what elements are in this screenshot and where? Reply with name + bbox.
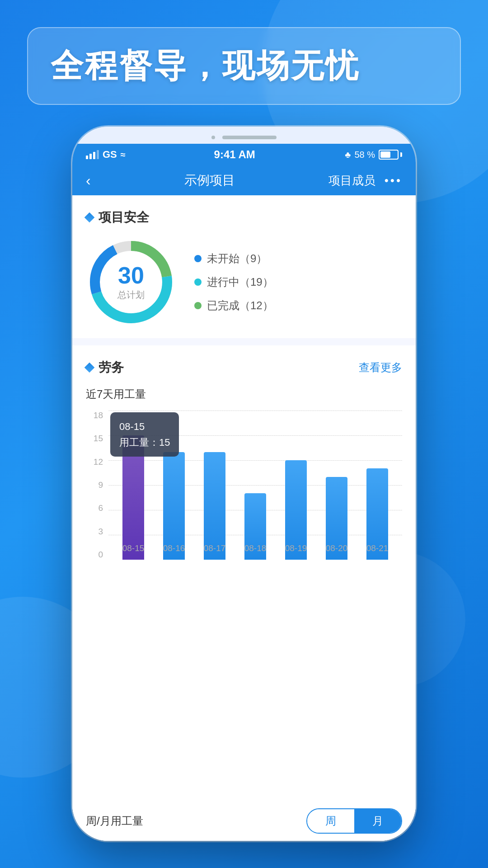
tagline-banner: 全程督导，现场无忧 [27,27,461,105]
safety-header: 项目安全 [86,209,402,226]
y-label-9: 9 [86,480,107,490]
battery-fill [380,151,390,158]
y-label-15: 15 [86,434,107,443]
battery-box [379,150,399,160]
legend-label-2: 已完成（12） [207,298,273,313]
donut-center: 30 总计划 [117,264,145,301]
signal-bar-3 [93,152,95,159]
phone-mic-bar [222,136,277,139]
signal-bar-2 [89,154,92,159]
labor-more-button[interactable]: 查看更多 [359,360,402,375]
nav-bar: ‹ 示例项目 项目成员 ••• [72,165,416,195]
toggle-group[interactable]: 周 月 [306,808,402,834]
battery-tip [400,152,402,157]
battery-percent: 58 % [354,150,375,160]
toggle-month-button[interactable]: 月 [354,809,401,833]
legend-dot-blue [194,255,202,262]
status-left: GS ≈ [86,149,126,160]
legend-dot-green [194,302,202,309]
x-label-0818: 08-18 [244,543,267,553]
legend-item-not-started: 未开始（9） [194,251,402,266]
member-button[interactable]: 项目成员 [328,173,375,189]
y-label-12: 12 [86,457,107,467]
main-content: 项目安全 30 [72,195,416,841]
more-button[interactable]: ••• [385,174,402,188]
legend: 未开始（9） 进行中（19） 已完成（12） [194,251,402,313]
back-button[interactable]: ‹ [86,172,91,189]
status-right: ♣ 58 % [343,150,402,160]
signal-bar-1 [86,156,88,159]
phone-mockup: GS ≈ 9:41 AM ♣ 58 % ‹ 示例项目 项目成员 ••• [72,127,416,841]
safety-diamond-icon [84,212,95,223]
battery-container [379,150,402,160]
y-label-18: 18 [86,410,107,420]
donut-label: 总计划 [117,289,145,301]
bluetooth-icon: ♣ [343,150,351,160]
x-label-0817: 08-17 [204,543,226,553]
labor-diamond-icon [84,363,95,373]
x-label-0820: 08-20 [326,543,348,553]
donut-number: 30 [117,264,145,287]
x-axis: 08-15 08-16 08-17 08-18 08-19 08-20 08-2… [108,537,402,560]
safety-title: 项目安全 [99,209,149,226]
toggle-week-button[interactable]: 周 [307,809,354,833]
legend-label-0: 未开始（9） [207,251,267,266]
donut-chart: 30 总计划 [86,237,176,327]
chart-label: 近7天用工量 [86,387,402,401]
bottom-bar-label: 周/月用工量 [86,814,143,828]
labor-header: 劳务 查看更多 [86,359,402,376]
status-time: 9:41 AM [214,148,255,161]
chart-area: 08-15 用工量：15 08-15 08-16 08-17 08-18 08-… [108,410,402,560]
bottom-bar: 周/月用工量 周 月 [72,801,416,841]
legend-item-completed: 已完成（12） [194,298,402,313]
legend-dot-cyan [194,278,202,286]
x-label-0819: 08-19 [285,543,307,553]
labor-section: 劳务 查看更多 近7天用工量 18 15 12 9 6 3 0 [72,345,416,801]
phone-speaker [211,136,215,139]
y-label-6: 6 [86,503,107,513]
x-label-0815: 08-15 [122,543,145,553]
y-axis: 18 15 12 9 6 3 0 [86,410,107,560]
nav-title: 示例项目 [184,172,235,189]
y-label-0: 0 [86,550,107,560]
labor-title: 劳务 [99,359,124,376]
safety-content: 30 总计划 未开始（9） 进行中（19） [86,237,402,327]
legend-label-1: 进行中（19） [207,275,273,289]
bar-chart: 18 15 12 9 6 3 0 [86,410,402,582]
signal-bars [86,150,99,159]
status-bar: GS ≈ 9:41 AM ♣ 58 % [72,144,416,165]
nav-right: 项目成员 ••• [328,173,402,189]
y-label-3: 3 [86,527,107,537]
wifi-icon: ≈ [121,150,126,160]
x-label-0821: 08-21 [366,543,389,553]
legend-item-in-progress: 进行中（19） [194,275,402,289]
signal-bar-4 [97,150,99,159]
carrier-label: GS [103,149,117,160]
tagline-text: 全程督导，现场无忧 [51,44,437,88]
x-label-0816: 08-16 [163,543,185,553]
safety-section: 项目安全 30 [72,195,416,338]
phone-top-bar [72,127,416,144]
